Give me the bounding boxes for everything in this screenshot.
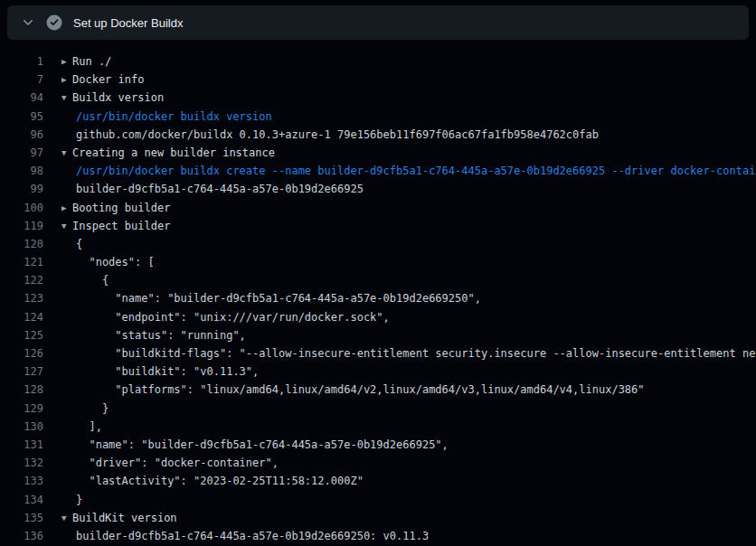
log-line: 127 "buildkit": "v0.11.3",	[0, 362, 756, 381]
log-line: 96github.com/docker/buildx 0.10.3+azure-…	[0, 126, 756, 144]
line-number[interactable]: 120	[0, 235, 43, 253]
log-text: "lastActivity": "2023-02-25T11:58:12.000…	[76, 475, 364, 487]
line-number[interactable]: 124	[0, 308, 43, 326]
group-title: Inspect builder	[72, 220, 170, 232]
log-group-row[interactable]: 135▼BuildKit version	[0, 509, 756, 527]
log-text: }	[76, 402, 109, 415]
log-line: 126 "buildkitd-flags": "--allow-insecure…	[0, 344, 756, 362]
line-number[interactable]: 135	[0, 509, 43, 527]
log-text: "name": "builder-d9cfb5a1-c764-445a-a57e…	[76, 438, 449, 451]
line-number[interactable]: 134	[0, 491, 43, 509]
log-group-row[interactable]: 97▼Creating a new builder instance	[0, 144, 756, 162]
expand-arrow-icon: ▶	[61, 199, 72, 217]
log-text: "status": "running",	[76, 329, 246, 342]
log-text: /usr/bin/docker buildx create --name bui…	[76, 165, 756, 177]
log-group-row[interactable]: 100▶Booting builder	[0, 199, 756, 217]
line-number[interactable]: 122	[0, 271, 43, 289]
log-text: builder-d9cfb5a1-c764-445a-a57e-0b19d2e6…	[76, 183, 364, 195]
collapse-arrow-icon: ▼	[61, 89, 72, 107]
check-circle-icon	[46, 14, 62, 31]
log-line: 122 {	[0, 271, 756, 289]
log-text: {	[76, 274, 109, 287]
step-title: Set up Docker Buildx	[73, 16, 183, 30]
log-group-row[interactable]: 94▼Buildx version	[0, 89, 756, 107]
log-text: "buildkitd-flags": "--allow-insecure-ent…	[76, 347, 756, 360]
line-number[interactable]: 100	[0, 199, 43, 217]
log-line: 99builder-d9cfb5a1-c764-445a-a57e-0b19d2…	[0, 180, 756, 198]
log-line: 124 "endpoint": "unix:///var/run/docker.…	[0, 308, 756, 326]
log-line: 120{	[0, 235, 756, 253]
group-title: Buildx version	[72, 91, 164, 104]
line-number[interactable]: 121	[0, 253, 43, 271]
expand-arrow-icon: ▶	[61, 71, 72, 89]
log-line: 133 "lastActivity": "2023-02-25T11:58:12…	[0, 472, 756, 490]
line-number[interactable]: 128	[0, 381, 43, 399]
log-group-row[interactable]: 7▶Docker info	[0, 71, 756, 89]
line-number[interactable]: 97	[0, 144, 43, 162]
log-text: "endpoint": "unix:///var/run/docker.sock…	[76, 311, 390, 324]
line-number[interactable]: 131	[0, 436, 43, 454]
log-text: ],	[76, 420, 102, 433]
line-number[interactable]: 119	[0, 217, 43, 235]
line-number[interactable]: 94	[0, 89, 43, 107]
collapse-arrow-icon: ▼	[61, 217, 72, 235]
log-line: 125 "status": "running",	[0, 326, 756, 344]
log-text: "nodes": [	[76, 256, 155, 268]
line-number[interactable]: 130	[0, 418, 43, 436]
collapse-arrow-icon: ▼	[61, 144, 72, 162]
group-title: Creating a new builder instance	[72, 146, 275, 159]
expand-arrow-icon: ▶	[61, 52, 72, 71]
log-line: 134}	[0, 491, 756, 509]
chevron-down-icon[interactable]	[21, 15, 35, 30]
line-number[interactable]: 1	[0, 52, 43, 71]
log-line: 95/usr/bin/docker buildx version	[0, 108, 756, 126]
log-line: 130 ],	[0, 418, 756, 436]
line-number[interactable]: 127	[0, 362, 43, 381]
line-number[interactable]: 96	[0, 126, 43, 144]
line-number[interactable]: 98	[0, 162, 43, 180]
log-line: 129 }	[0, 400, 756, 418]
collapse-arrow-icon: ▼	[61, 509, 72, 527]
log-text: {	[76, 238, 82, 250]
group-title: BuildKit version	[72, 512, 177, 524]
log-line: 136builder-d9cfb5a1-c764-445a-a57e-0b19d…	[0, 527, 756, 545]
log-line: 123 "name": "builder-d9cfb5a1-c764-445a-…	[0, 289, 756, 307]
log-line: 131 "name": "builder-d9cfb5a1-c764-445a-…	[0, 436, 756, 454]
line-number[interactable]: 133	[0, 472, 43, 490]
line-number[interactable]: 129	[0, 400, 43, 418]
log-text: "name": "builder-d9cfb5a1-c764-445a-a57e…	[76, 292, 481, 305]
log-text: }	[76, 494, 82, 506]
line-number[interactable]: 136	[0, 527, 43, 545]
log-text: builder-d9cfb5a1-c764-445a-a57e-0b19d2e6…	[76, 530, 429, 542]
log-text: "platforms": "linux/amd64,linux/amd64/v2…	[76, 383, 645, 396]
group-title: Run ./	[72, 55, 111, 68]
log-text: "buildkit": "v0.11.3",	[76, 365, 259, 378]
log-line: 128 "platforms": "linux/amd64,linux/amd6…	[0, 381, 756, 399]
log-text: "driver": "docker-container",	[76, 457, 279, 469]
log-viewer: 1▶Run ./7▶Docker info94▼Buildx version95…	[0, 43, 756, 546]
step-header[interactable]: Set up Docker Buildx	[7, 5, 749, 40]
line-number[interactable]: 7	[0, 71, 43, 89]
log-group-row[interactable]: 119▼Inspect builder	[0, 217, 756, 235]
log-group-row[interactable]: 1▶Run ./	[0, 52, 756, 71]
line-number[interactable]: 123	[0, 289, 43, 307]
line-number[interactable]: 95	[0, 108, 43, 126]
group-title: Booting builder	[72, 202, 170, 214]
line-number[interactable]: 126	[0, 344, 43, 362]
log-text: /usr/bin/docker buildx version	[76, 110, 272, 123]
line-number[interactable]: 99	[0, 180, 43, 198]
log-line: 121 "nodes": [	[0, 253, 756, 271]
log-line: 132 "driver": "docker-container",	[0, 454, 756, 472]
line-number[interactable]: 125	[0, 326, 43, 344]
group-title: Docker info	[72, 73, 144, 86]
log-line: 98/usr/bin/docker buildx create --name b…	[0, 162, 756, 180]
log-text: github.com/docker/buildx 0.10.3+azure-1 …	[76, 128, 599, 141]
line-number[interactable]: 132	[0, 454, 43, 472]
